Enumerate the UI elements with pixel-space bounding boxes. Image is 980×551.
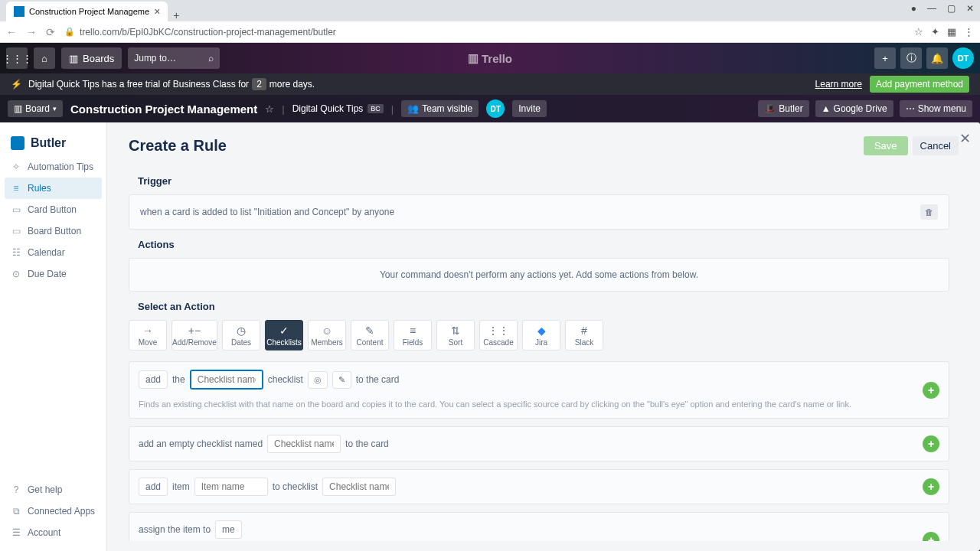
forward-button[interactable]: → — [26, 26, 37, 38]
tab-content[interactable]: ✎Content — [351, 320, 389, 350]
chevron-down-icon: ▾ — [53, 105, 57, 112]
me-toggle[interactable]: me — [215, 520, 242, 539]
new-tab-button[interactable]: + — [168, 9, 185, 21]
tab-cascade[interactable]: ⋮⋮Cascade — [479, 320, 518, 350]
google-drive-button[interactable]: ▲Google Drive — [815, 100, 893, 117]
dots-icon: ⋯ — [906, 103, 915, 114]
minimize-icon[interactable]: — — [927, 3, 936, 14]
trello-header: ⋮⋮⋮ ⌂ ▥ Boards Jump to… ⌕ ▥Trello + ⓘ 🔔 … — [0, 43, 980, 73]
browser-tab[interactable]: Construction Project Manageme × — [6, 2, 168, 21]
search-input[interactable]: Jump to… ⌕ — [128, 47, 220, 69]
apps-grid-icon[interactable]: ⋮⋮⋮ — [6, 47, 28, 69]
menu-icon[interactable]: ⋮ — [964, 26, 974, 37]
member-avatar[interactable]: DT — [486, 99, 505, 118]
item-checklist-name-input[interactable] — [322, 478, 396, 496]
extension-icon[interactable]: ✦ — [931, 26, 939, 37]
team-badge: BC — [368, 104, 384, 113]
tab-move[interactable]: →Move — [129, 320, 167, 350]
sidebar-item-calendar[interactable]: ☷Calendar — [0, 242, 106, 263]
sidebar-item-connected-apps[interactable]: ⧉Connected Apps — [0, 500, 106, 522]
tab-members[interactable]: ☺Members — [308, 320, 346, 350]
empty-checklist-name-input[interactable] — [267, 435, 341, 453]
add-toggle[interactable]: add — [139, 370, 168, 389]
visibility-button[interactable]: 👥 Team visible — [401, 100, 479, 117]
url-text: trello.com/b/EpI0JbKC/construction-proje… — [80, 27, 336, 37]
invite-button[interactable]: Invite — [512, 100, 547, 117]
sidebar-item-board-button[interactable]: ▭Board Button — [0, 220, 106, 242]
tab-dates[interactable]: ◷Dates — [222, 320, 260, 350]
add-toggle[interactable]: add — [139, 478, 168, 496]
window-controls: ● — ▢ ✕ — [911, 3, 974, 14]
address-bar[interactable]: 🔒 trello.com/b/EpI0JbKC/construction-pro… — [64, 27, 905, 37]
reload-button[interactable]: ⟳ — [46, 26, 55, 38]
action-tabs: →Move +−Add/Remove ◷Dates ✓Checklists ☺M… — [129, 320, 949, 350]
item-name-input[interactable] — [194, 478, 268, 496]
tab-checklists[interactable]: ✓Checklists — [265, 320, 303, 350]
board-title[interactable]: Construction Project Management — [70, 103, 257, 116]
notifications-icon[interactable]: 🔔 — [926, 47, 948, 69]
edit-icon[interactable]: ✎ — [332, 371, 351, 389]
add-action-button[interactable]: + — [923, 478, 939, 495]
checklist-name-input[interactable] — [190, 370, 263, 390]
star-icon[interactable]: ☆ — [914, 26, 923, 37]
delete-trigger-button[interactable]: 🗑 — [920, 204, 938, 220]
user-avatar[interactable]: DT — [952, 47, 974, 69]
close-window-icon[interactable]: ✕ — [966, 3, 974, 14]
text-to-card: to the card — [356, 374, 400, 385]
sidebar-item-tips[interactable]: ✧Automation Tips — [0, 156, 106, 178]
sidebar-item-due-date[interactable]: ⊙Due Date — [0, 263, 106, 285]
browser-toolbar: ← → ⟳ 🔒 trello.com/b/EpI0JbKC/constructi… — [0, 21, 980, 43]
sidebar-item-card-button[interactable]: ▭Card Button — [0, 199, 106, 220]
butler-icon — [11, 136, 24, 150]
tab-fields[interactable]: ≡Fields — [394, 320, 432, 350]
search-placeholder: Jump to… — [134, 53, 176, 64]
save-button[interactable]: Save — [864, 136, 908, 155]
sidebar-item-rules[interactable]: ≡Rules — [5, 178, 102, 199]
home-icon[interactable]: ⌂ — [34, 47, 55, 69]
tab-favicon — [14, 6, 24, 17]
add-action-button[interactable]: + — [923, 435, 939, 452]
learn-more-link[interactable]: Learn more — [815, 79, 862, 90]
boards-button[interactable]: ▥ Boards — [61, 47, 122, 69]
add-action-button[interactable]: + — [923, 382, 939, 399]
tab-title: Construction Project Manageme — [29, 7, 149, 16]
sidebar-item-help[interactable]: ?Get help — [0, 479, 106, 500]
text-pre: add an empty checklist named — [139, 439, 263, 449]
days-badge: 2 — [252, 78, 266, 90]
text-item: item — [172, 481, 190, 492]
butler-icon: 🎩 — [764, 103, 776, 114]
text-post: to the card — [345, 439, 389, 449]
close-icon[interactable]: × — [154, 5, 160, 18]
tab-sort[interactable]: ⇅Sort — [436, 320, 475, 350]
tab-add-remove[interactable]: +−Add/Remove — [172, 320, 217, 350]
star-icon[interactable]: ☆ — [265, 103, 274, 115]
drive-icon: ▲ — [822, 103, 831, 114]
select-action-label: Select an Action — [138, 301, 949, 312]
sidebar-item-account[interactable]: ☰Account — [0, 522, 106, 543]
board-view-button[interactable]: ▥ Board ▾ — [8, 100, 63, 117]
tab-slack[interactable]: #Slack — [565, 320, 603, 350]
browser-tab-strip: Construction Project Manageme × + ● — ▢ … — [0, 0, 980, 21]
action-row-copy-checklist: add the checklist ◎ ✎ to the card + Find… — [129, 361, 949, 419]
back-button[interactable]: ← — [6, 26, 17, 38]
cancel-button[interactable]: Cancel — [913, 136, 959, 155]
add-button[interactable]: + — [874, 47, 896, 69]
banner-text-post: more days. — [270, 79, 315, 90]
text-assign: assign the item to — [139, 524, 211, 535]
info-icon[interactable]: ⓘ — [900, 47, 922, 69]
apps-icon[interactable]: ▦ — [947, 26, 956, 37]
bullseye-icon[interactable]: ◎ — [308, 371, 328, 389]
add-payment-button[interactable]: Add payment method — [870, 76, 969, 93]
show-menu-button[interactable]: ⋯Show menu — [900, 100, 972, 117]
text-to-checklist: to checklist — [273, 481, 318, 492]
text-the: the — [172, 374, 185, 385]
add-action-button[interactable]: + — [923, 532, 939, 541]
tab-jira[interactable]: ◆Jira — [522, 320, 560, 350]
lock-icon: 🔒 — [64, 27, 75, 37]
team-name[interactable]: Digital Quick Tips BC — [292, 103, 384, 114]
trigger-card: when a card is added to list "Initiation… — [129, 194, 949, 230]
action-row-add-item: add item to checklist + — [129, 469, 949, 504]
record-icon[interactable]: ● — [911, 3, 916, 14]
butler-button[interactable]: 🎩Butler — [758, 100, 808, 117]
maximize-icon[interactable]: ▢ — [947, 3, 956, 14]
